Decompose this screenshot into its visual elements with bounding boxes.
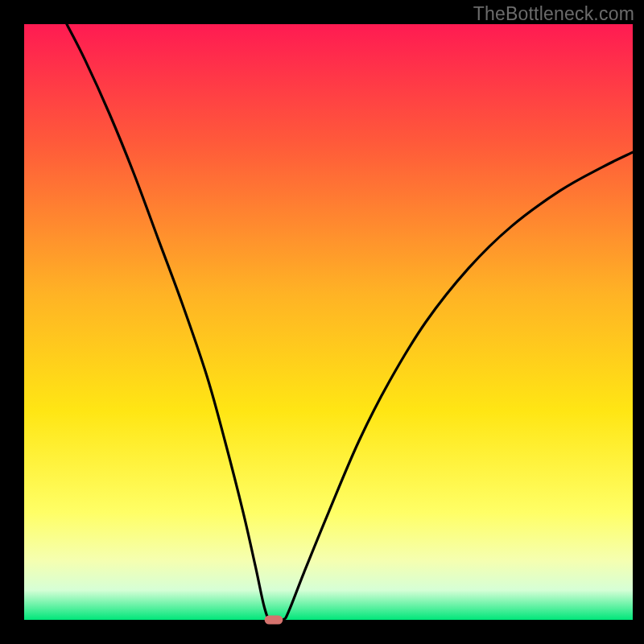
plot-area xyxy=(24,24,633,620)
chart-container: TheBottleneck.com xyxy=(0,0,644,644)
watermark-text: TheBottleneck.com xyxy=(473,3,634,25)
bottleneck-curve-chart xyxy=(0,0,644,644)
optimal-point-marker xyxy=(265,615,283,624)
